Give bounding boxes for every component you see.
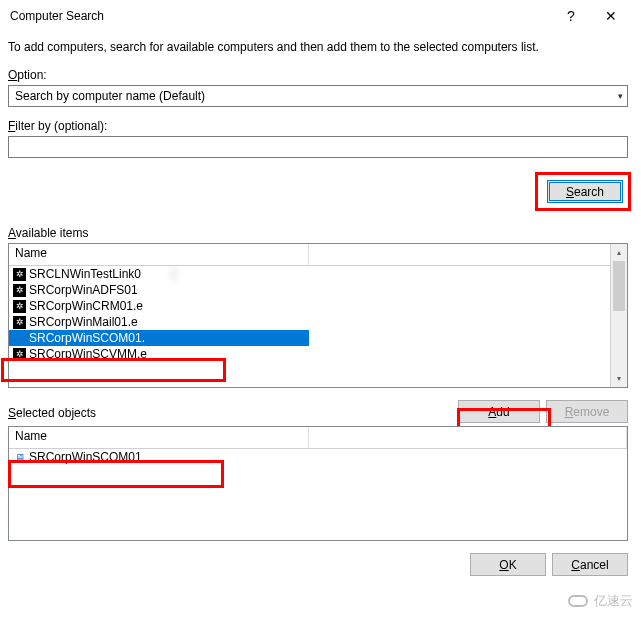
option-label: Option: <box>8 68 629 82</box>
gear-icon: ✲ <box>13 300 26 313</box>
option-combo[interactable]: Search by computer name (Default) ▾ <box>8 85 628 107</box>
list-item[interactable]: ✲SRCorpWinSCVMM.e <box>9 346 627 362</box>
column-spacer <box>309 244 627 265</box>
gear-icon: ✲ <box>13 348 26 361</box>
list-item[interactable]: ✲SRCLNWinTestLink0 s <box>9 266 627 282</box>
add-button[interactable]: Add <box>458 400 540 423</box>
gear-icon: ✲ <box>13 284 26 297</box>
cancel-button[interactable]: Cancel <box>552 553 628 576</box>
selected-objects-list[interactable]: Name 🖥SRCorpWinSCOM01 <box>8 426 628 541</box>
gear-icon: ✲ <box>13 268 26 281</box>
description-text: To add computers, search for available c… <box>8 40 629 54</box>
column-spacer <box>309 427 627 448</box>
column-name[interactable]: Name <box>9 244 309 265</box>
list-item-label: SRCorpWinSCOM01 <box>29 450 142 464</box>
available-items-label: Available items <box>8 226 629 240</box>
gear-icon: ✲ <box>13 316 26 329</box>
close-button[interactable]: ✕ <box>591 8 631 24</box>
list-header: Name <box>9 244 627 266</box>
chevron-down-icon: ▾ <box>618 91 623 101</box>
list-item[interactable]: ✲SRCorpWinMail01.e <box>9 314 627 330</box>
selected-objects-label: Selected objects <box>8 406 458 420</box>
ok-button[interactable]: OK <box>470 553 546 576</box>
scroll-thumb[interactable] <box>613 261 625 311</box>
filter-label: Filter by (optional): <box>8 119 629 133</box>
list-header: Name <box>9 427 627 449</box>
available-items-list[interactable]: Name ✲SRCLNWinTestLink0 s ✲SRCorpWinADFS… <box>8 243 628 388</box>
cloud-icon <box>568 593 590 609</box>
search-highlight-box: Search <box>535 172 631 211</box>
column-name[interactable]: Name <box>9 427 309 448</box>
scroll-track[interactable] <box>611 261 627 370</box>
computer-icon: 🖥 <box>13 451 26 464</box>
help-button[interactable]: ? <box>551 8 591 24</box>
list-item-label: SRCorpWinSCOM01. <box>29 331 145 345</box>
list-item[interactable]: 🖥SRCorpWinSCOM01 <box>9 449 627 465</box>
window-title: Computer Search <box>10 9 551 23</box>
list-item-label: SRCorpWinSCVMM.e <box>29 347 147 361</box>
list-item[interactable]: ✲SRCorpWinCRM01.e <box>9 298 627 314</box>
list-item-label: SRCorpWinMail01.e <box>29 315 138 329</box>
list-item-label: SRCorpWinCRM01.e <box>29 299 143 313</box>
scroll-up-icon[interactable]: ▴ <box>611 244 627 261</box>
search-button[interactable]: Search <box>547 180 623 203</box>
remove-button: Remove <box>546 400 628 423</box>
list-item[interactable]: 🖥SRCorpWinSCOM01. <box>9 330 309 346</box>
filter-input[interactable] <box>8 136 628 158</box>
list-item[interactable]: ✲SRCorpWinADFS01 <box>9 282 627 298</box>
watermark: 亿速云 <box>568 592 633 610</box>
list-item-label: SRCLNWinTestLink0 <box>29 267 141 281</box>
option-combo-value: Search by computer name (Default) <box>15 89 618 103</box>
scroll-down-icon[interactable]: ▾ <box>611 370 627 387</box>
scrollbar[interactable]: ▴ ▾ <box>610 244 627 387</box>
list-item-label: SRCorpWinADFS01 <box>29 283 138 297</box>
computer-icon: 🖥 <box>13 332 26 345</box>
